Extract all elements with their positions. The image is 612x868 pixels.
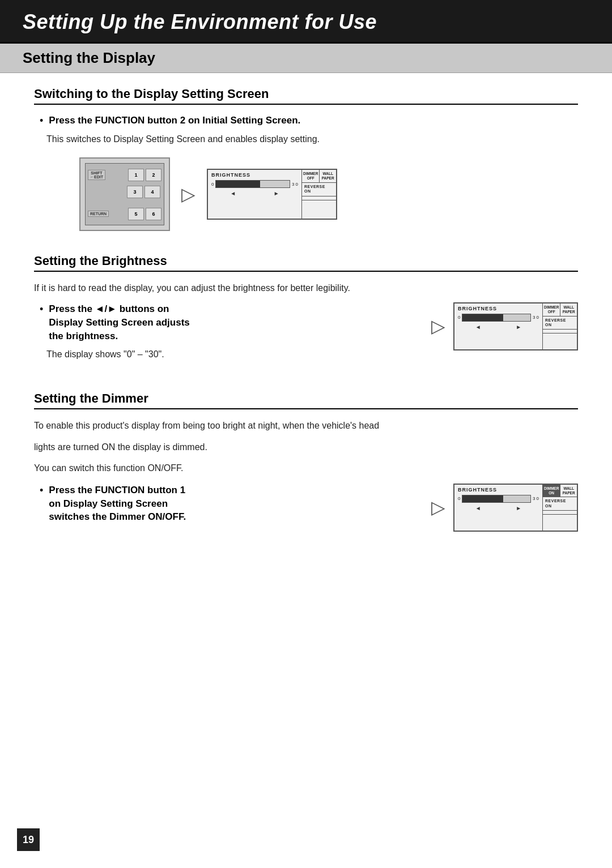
page-title: Setting Up the Environment for Use [23, 10, 589, 34]
display-diagram-3: BRIGHTNESS 0 3 0 ◄ ► [453, 484, 578, 532]
dimmer-on-cell-3: DIMMERON [543, 485, 560, 498]
brightness-line3: the brightness. [49, 330, 189, 343]
brightness-line1: Press the ◄/► buttons on [49, 302, 189, 316]
body-dimmer-intro2: lights are turned ON the display is dimm… [34, 440, 578, 455]
brightness-bar-2: 0 3 0 [458, 314, 539, 322]
keypad-inner: SHIFT←EDIT 1 2 3 4 RETURN [85, 163, 164, 225]
dimmer-line2: on Display Setting Screen [49, 497, 186, 511]
keypad-bottom-row: RETURN 5 6 [88, 205, 162, 223]
display-side-1: DIMMEROFF WALLPAPER REVERSEON [302, 170, 336, 219]
page-header: Setting Up the Environment for Use [0, 0, 612, 42]
page-number: 19 [17, 828, 40, 851]
wall-paper-cell-1: WALLPAPER [320, 170, 336, 183]
bright-thirty-1: 3 0 [292, 182, 298, 187]
brightness-label-1: BRIGHTNESS [211, 172, 298, 178]
body-brightness-intro: If it is hard to read the display, you c… [34, 281, 578, 296]
subsection-title-brightness: Setting the Brightness [34, 254, 578, 272]
side-top-row-2: DIMMEROFF WALLPAPER [543, 303, 577, 317]
bullet-dot-2: • [40, 303, 43, 315]
key-2[interactable]: 2 [146, 169, 162, 181]
bright-thirty-3: 3 0 [533, 496, 539, 501]
bright-zero-3: 0 [458, 496, 460, 501]
bright-thirty-2: 3 0 [533, 315, 539, 320]
bullet-text-dimmer: Press the FUNCTION button 1 on Display S… [49, 484, 186, 524]
bullet-text-brightness: Press the ◄/► buttons on Display Setting… [49, 302, 189, 343]
dimmer-line3: switches the Dimmer ON/OFF. [49, 510, 186, 524]
right-arrow-icon-3: ► [516, 505, 521, 511]
bar-fill-3 [462, 495, 503, 502]
display-main-2: BRIGHTNESS 0 3 0 ◄ ► [454, 303, 543, 349]
bright-zero-2: 0 [458, 315, 460, 320]
bar-fill-2 [462, 314, 503, 321]
side-top-row-1: DIMMEROFF WALLPAPER [302, 170, 336, 183]
reverse-on-cell-1: REVERSEON [302, 183, 336, 196]
body-dimmer-intro3: You can switch this function ON/OFF. [34, 461, 578, 476]
right-arrow-icon: ► [274, 190, 279, 196]
return-label: RETURN [88, 211, 109, 217]
reverse-on-cell-3: REVERSEON [543, 497, 577, 511]
bright-zero-1: 0 [211, 182, 214, 187]
arrow-icon: ▷ [181, 183, 196, 205]
bullet-dot-3: • [40, 485, 43, 497]
dimmer-left: • Press the FUNCTION button 1 on Display… [34, 484, 414, 528]
empty-cell-2 [543, 330, 577, 333]
subsection-brightness: Setting the Brightness If it is hard to … [34, 254, 578, 369]
brightness-bar-3: 0 3 0 [458, 495, 539, 503]
left-arrow-icon-3: ◄ [475, 505, 481, 511]
section-bar: Setting the Display [0, 42, 612, 73]
keypad-btn-row-top: 1 2 [128, 169, 162, 181]
wall-paper-cell-2: WALLPAPER [560, 303, 577, 317]
key-4[interactable]: 4 [144, 186, 160, 198]
arrow-icon-3: ▷ [431, 497, 445, 518]
bar-1 [215, 180, 290, 188]
dimmer-off-cell-1: DIMMEROFF [302, 170, 320, 183]
bar-3 [462, 495, 530, 503]
dimmer-diagram-row: ▷ BRIGHTNESS 0 3 0 ◄ ► [431, 484, 578, 532]
subsection-switching: Switching to the Display Setting Screen … [34, 87, 578, 231]
key-5[interactable]: 5 [128, 208, 144, 220]
key-3[interactable]: 3 [127, 186, 143, 198]
display-main-1: BRIGHTNESS 0 3 0 ◄ ► [208, 170, 302, 219]
brightness-diagram-row: ▷ BRIGHTNESS 0 3 0 ◄ ► [431, 302, 578, 350]
body-brightness: The display shows "0" – "30". [46, 347, 414, 362]
brightness-line2: Display Setting Screen adjusts [49, 316, 189, 330]
dimmer-line1: Press the FUNCTION button 1 [49, 484, 186, 497]
key-1[interactable]: 1 [128, 169, 144, 181]
wall-paper-cell-3: WALLPAPER [560, 485, 577, 498]
body-switching: This switches to Display Setting Screen … [46, 132, 578, 147]
bar-fill-1 [216, 181, 260, 187]
reverse-on-cell-2: REVERSEON [543, 317, 577, 330]
display-arrows-1: ◄ ► [211, 190, 298, 196]
keypad-btn-row-mid: 3 4 [88, 186, 162, 203]
dimmer-off-cell-2: DIMMEROFF [543, 303, 560, 317]
left-arrow-icon-2: ◄ [475, 324, 481, 330]
page-content: Switching to the Display Setting Screen … [0, 87, 612, 588]
shift-label: SHIFT←EDIT [88, 170, 105, 180]
dimmer-content-row: • Press the FUNCTION button 1 on Display… [34, 484, 578, 532]
display-diagram-1: BRIGHTNESS 0 3 0 ◄ ► DIMME [207, 169, 337, 220]
empty-cell-3 [543, 511, 577, 515]
keypad-diagram: SHIFT←EDIT 1 2 3 4 RETURN [79, 157, 170, 231]
subsection-title-dimmer: Setting the Dimmer [34, 391, 578, 409]
key-6[interactable]: 6 [146, 208, 162, 220]
section-title: Setting the Display [23, 49, 589, 67]
brightness-label-2: BRIGHTNESS [458, 306, 539, 311]
keypad-btn-row-bot: 5 6 [128, 208, 162, 220]
bar-2 [462, 314, 530, 322]
body-dimmer-intro1: To enable this product's display from be… [34, 418, 578, 433]
bullet-text-switching: Press the FUNCTION button 2 on Initial S… [49, 114, 300, 127]
display-diagram-2: BRIGHTNESS 0 3 0 ◄ ► [453, 302, 578, 350]
bullet-dot: • [40, 115, 43, 127]
diagram-row-switching: SHIFT←EDIT 1 2 3 4 RETURN [79, 157, 578, 231]
brightness-content-row: • Press the ◄/► buttons on Display Setti… [34, 302, 578, 369]
keypad-top-row: SHIFT←EDIT 1 2 [88, 166, 162, 183]
side-top-row-3: DIMMERON WALLPAPER [543, 485, 577, 498]
brightness-left: • Press the ◄/► buttons on Display Setti… [34, 302, 414, 369]
bullet-switching: • Press the FUNCTION button 2 on Initial… [40, 114, 578, 127]
arrow-icon-2: ▷ [431, 315, 445, 337]
subsection-dimmer: Setting the Dimmer To enable this produc… [34, 391, 578, 532]
display-arrows-2: ◄ ► [458, 324, 539, 330]
display-arrows-3: ◄ ► [458, 505, 539, 511]
bullet-brightness: • Press the ◄/► buttons on Display Setti… [40, 302, 414, 343]
display-side-2: DIMMEROFF WALLPAPER REVERSEON [543, 303, 577, 349]
